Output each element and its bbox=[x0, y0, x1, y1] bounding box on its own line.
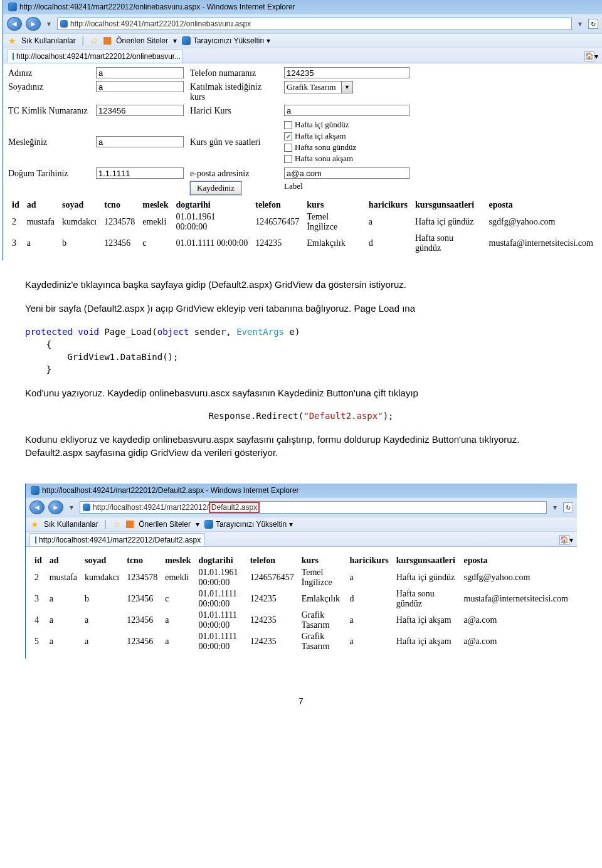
browser-tab[interactable]: http://localhost:49241/mart222012/online… bbox=[7, 50, 182, 63]
back-button[interactable]: ◄ bbox=[29, 500, 45, 514]
star-icon[interactable]: ★ bbox=[31, 519, 39, 529]
nav-dropdown-icon[interactable]: ▾ bbox=[45, 19, 53, 28]
page-content: Adınız Telefon numaranız Soyadınız Katıl… bbox=[3, 63, 602, 260]
table-row: 4aa123456a01.01.1111 00:00:00124235Grafi… bbox=[31, 610, 572, 631]
label-telefon: Telefon numaranız bbox=[190, 67, 278, 78]
kaydediniz-button[interactable]: Kaydediniz bbox=[190, 181, 241, 195]
label-soyadiniz: Soyadınız bbox=[8, 81, 90, 102]
url-text: http://localhost:49241/mart222012/online… bbox=[70, 19, 251, 28]
gridview-1: idadsoyadtcnomeslekdogtarihitelefonkursh… bbox=[8, 199, 597, 254]
favorites-bar: ★ Sık Kullanılanlar │ ☆ Önerilen Siteler… bbox=[3, 33, 602, 48]
url-dropdown-icon[interactable]: ▾ bbox=[576, 19, 584, 28]
home-icon[interactable]: 🏠 bbox=[559, 535, 569, 545]
input-adiniz[interactable] bbox=[96, 67, 184, 78]
label-harici: Harici Kurs bbox=[190, 105, 278, 116]
col-dogtarihi: dogtarihi bbox=[194, 554, 246, 567]
window-title: http://localhost:49241/mart222012/online… bbox=[19, 3, 295, 11]
ie-icon bbox=[204, 520, 213, 529]
url-field[interactable]: http://localhost:49241/mart222012/online… bbox=[57, 18, 572, 30]
page-icon bbox=[83, 504, 90, 511]
select-kurs[interactable]: Grafik Tasarım ▼ bbox=[284, 81, 353, 93]
label-eposta: e-posta adresiniz bbox=[190, 167, 278, 179]
checkbox-group-saatler: Hafta içi gündüz Hafta içi akşam Hafta s… bbox=[284, 119, 409, 165]
col-id: id bbox=[31, 554, 46, 567]
label-saatleri: Kurs gün ve saatleri bbox=[190, 136, 278, 147]
para-3: Kod'unu yazıyoruz. Kaydedip onlinebasvur… bbox=[25, 386, 577, 400]
input-harici[interactable] bbox=[284, 105, 409, 116]
ie-icon bbox=[13, 53, 14, 60]
url-field[interactable]: http://localhost:49241/mart222012/Defaul… bbox=[80, 501, 547, 514]
ie-icon bbox=[182, 36, 191, 45]
code-block-2: Response.Redirect("Default2.aspx"); bbox=[25, 410, 577, 422]
refresh-button[interactable]: ↻ bbox=[563, 502, 573, 512]
page-number: 7 bbox=[0, 696, 602, 706]
table-row: 2mustafakumdakcı1234578emekli01.01.1961 … bbox=[31, 567, 572, 588]
input-tc[interactable] bbox=[96, 105, 184, 116]
input-soyadiniz[interactable] bbox=[96, 81, 184, 92]
cb-hafta-sonu-aksam[interactable]: Hafta sonu akşam bbox=[284, 154, 409, 164]
gv1-header-row: idadsoyadtcnomeslekdogtarihitelefonkursh… bbox=[8, 199, 597, 211]
cb-hafta-sonu-gunduz[interactable]: Hafta sonu gündüz bbox=[284, 142, 409, 152]
gridview-2: idadsoyadtcnomeslekdogtarihitelefonkursh… bbox=[31, 554, 572, 652]
tab-title: http://localhost:49241/mart222012/Defaul… bbox=[39, 536, 201, 544]
input-telefon[interactable] bbox=[284, 67, 409, 78]
col-kursgunsaatleri: kursgunsaatleri bbox=[393, 554, 460, 567]
favorites-bar: ★ Sık Kullanılanlar │ ☆ Önerilen Siteler… bbox=[26, 517, 577, 531]
back-button[interactable]: ◄ bbox=[7, 17, 22, 31]
table-row: 3ab123456c01.01.1111 00:00:00124235Emlak… bbox=[31, 588, 572, 610]
col-tcno: tcno bbox=[123, 554, 161, 567]
upgrade-browser[interactable]: Tarayıcınızı Yükseltin ▾ bbox=[204, 520, 293, 529]
address-bar: ◄ ► ▾ http://localhost:49241/mart222012/… bbox=[26, 497, 577, 517]
suggested-sites[interactable]: Önerilen Siteler bbox=[116, 36, 168, 45]
col-haricikurs: haricikurs bbox=[346, 554, 393, 567]
label-tc: TC Kimlik Numaranız bbox=[8, 105, 90, 116]
browser-tab[interactable]: http://localhost:49241/mart222012/Defaul… bbox=[29, 533, 205, 546]
label-kurs: Katılmak istediğiniz kurs bbox=[190, 81, 278, 102]
upgrade-browser[interactable]: Tarayıcınızı Yükseltin ▾ bbox=[182, 36, 270, 45]
table-row: 2mustafakumdakcı1234578emekli01.01.1961 … bbox=[8, 211, 597, 233]
table-row: 5aa123456a01.01.1111 00:00:00124235Grafi… bbox=[31, 631, 572, 652]
cb-hafta-ici-gunduz[interactable]: Hafta içi gündüz bbox=[284, 120, 409, 130]
document-body: Kaydediniz'e tıklayınca başka sayfaya gi… bbox=[0, 260, 602, 476]
nav-dropdown-icon[interactable]: ▾ bbox=[67, 503, 76, 512]
col-telefon: telefon bbox=[246, 554, 298, 567]
col-meslek: meslek bbox=[161, 554, 194, 567]
star-icon[interactable]: ★ bbox=[8, 36, 16, 46]
url-text: http://localhost:49241/mart222012/Defaul… bbox=[93, 503, 260, 512]
col-ad: ad bbox=[46, 554, 81, 567]
input-dogum[interactable] bbox=[96, 167, 184, 179]
tab-title: http://localhost:49241/mart222012/online… bbox=[16, 52, 181, 61]
refresh-button[interactable]: ↻ bbox=[588, 19, 598, 29]
col-ad: ad bbox=[23, 199, 58, 211]
page-content-2: idadsoyadtcnomeslekdogtarihitelefonkursh… bbox=[26, 546, 577, 659]
ie-icon bbox=[35, 536, 36, 544]
code-block-1: protected void Page_Load(object sender, … bbox=[25, 326, 577, 376]
table-row: 3ab123456c01.01.1111 00:00:00124235Emlak… bbox=[8, 233, 597, 254]
url-dropdown-icon[interactable]: ▾ bbox=[551, 503, 559, 512]
col-eposta: eposta bbox=[485, 199, 597, 211]
address-bar: ◄ ► ▾ http://localhost:49241/mart222012/… bbox=[3, 14, 602, 33]
forward-button[interactable]: ► bbox=[26, 17, 41, 31]
col-tcno: tcno bbox=[100, 199, 139, 211]
col-id: id bbox=[8, 199, 23, 211]
chevron-down-icon: ▼ bbox=[341, 82, 352, 93]
input-meslek[interactable] bbox=[96, 136, 184, 147]
label-adiniz: Adınız bbox=[8, 67, 90, 78]
home-icon[interactable]: 🏠 bbox=[584, 51, 594, 61]
col-soyad: soyad bbox=[81, 554, 123, 567]
cb-hafta-ici-aksam[interactable]: Hafta içi akşam bbox=[284, 131, 409, 141]
titlebar: http://localhost:49241/mart222012/Defaul… bbox=[26, 484, 577, 497]
tab-bar: http://localhost:49241/mart222012/online… bbox=[3, 48, 602, 63]
ie-icon bbox=[8, 3, 17, 11]
col-haricikurs: haricikurs bbox=[365, 199, 411, 211]
favorites-label: Sık Kullanılanlar bbox=[44, 520, 98, 529]
result-label: Label bbox=[284, 181, 409, 195]
input-eposta[interactable] bbox=[284, 167, 409, 179]
url-highlight: Default2.aspx bbox=[209, 502, 260, 513]
star-add-icon[interactable]: ☆ bbox=[113, 519, 121, 529]
forward-button[interactable]: ► bbox=[48, 500, 63, 514]
suggested-sites[interactable]: Önerilen Siteler bbox=[139, 520, 191, 529]
ie-window-2: http://localhost:49241/mart222012/Defaul… bbox=[25, 484, 577, 659]
ie-window-1: http://localhost:49241/mart222012/online… bbox=[3, 0, 602, 260]
star-add-icon[interactable]: ☆ bbox=[90, 36, 98, 46]
